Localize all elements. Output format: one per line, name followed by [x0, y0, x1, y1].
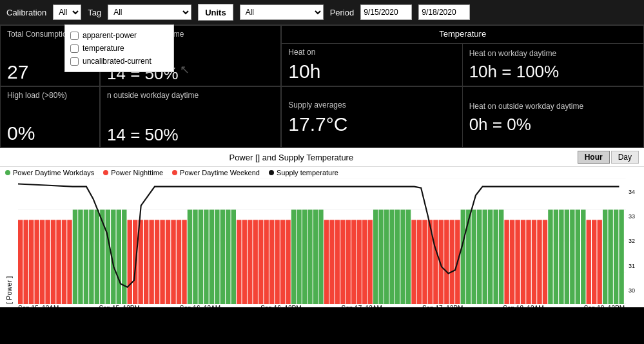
svg-rect-106: [515, 220, 520, 304]
svg-rect-19: [40, 220, 44, 304]
svg-rect-61: [269, 220, 274, 304]
svg-rect-117: [576, 209, 580, 304]
svg-rect-72: [329, 220, 334, 304]
svg-rect-100: [482, 209, 487, 304]
x-label-2: Sep 16, 12AM: [180, 305, 220, 312]
svg-rect-96: [461, 209, 465, 304]
svg-rect-20: [45, 220, 50, 304]
svg-rect-78: [362, 220, 367, 304]
period-end-input[interactable]: 9/18/2020: [418, 5, 470, 20]
outside-workday-label: n outside workday daytime: [107, 91, 274, 100]
svg-rect-111: [543, 220, 547, 304]
svg-rect-76: [351, 220, 356, 304]
day-button[interactable]: Day: [611, 151, 639, 164]
svg-rect-21: [51, 220, 55, 304]
heat-on-workday-label: Heat on workday daytime: [469, 49, 637, 58]
svg-rect-47: [193, 209, 197, 304]
dropdown-item-temperature[interactable]: temperature: [65, 42, 173, 55]
svg-rect-123: [608, 209, 612, 304]
svg-rect-48: [199, 209, 203, 304]
svg-rect-54: [231, 209, 236, 304]
high-load-label: High load (>80%): [7, 91, 93, 100]
svg-rect-26: [78, 209, 83, 304]
header-bar: Calibration All apparent-power temperatu…: [0, 0, 644, 24]
svg-rect-59: [259, 220, 263, 304]
units-select-wrapper: All: [240, 5, 324, 20]
svg-rect-73: [335, 220, 340, 304]
svg-rect-120: [592, 220, 596, 304]
svg-rect-99: [477, 209, 482, 304]
svg-rect-65: [291, 209, 296, 304]
legend-label-weekend: Power Daytime Weekend: [180, 169, 260, 177]
svg-rect-57: [248, 220, 252, 304]
dropdown-item-apparent-power[interactable]: apparent-power: [65, 29, 173, 42]
svg-rect-74: [340, 220, 345, 304]
svg-rect-53: [226, 209, 230, 304]
svg-rect-71: [324, 220, 329, 304]
dropdown-item-uncalibrated-current[interactable]: uncalibrated-current: [65, 55, 173, 68]
chart-main: 0.3 0.2 0.1 0.0 34 33 32 31 30: [18, 178, 626, 304]
x-label-6: Sep 18, 12AM: [503, 305, 543, 312]
x-label-7: Sep 18, 12PM: [584, 305, 625, 312]
svg-rect-62: [275, 220, 279, 304]
svg-rect-60: [264, 220, 268, 304]
hour-button[interactable]: Hour: [578, 151, 610, 164]
x-label-5: Sep 17, 12PM: [422, 305, 463, 312]
svg-rect-50: [210, 209, 214, 304]
period-start-input[interactable]: 9/15/2020: [360, 5, 412, 20]
svg-rect-125: [619, 209, 623, 304]
calibration-select[interactable]: All: [53, 5, 81, 20]
svg-rect-109: [532, 220, 536, 304]
heat-on-workday-cell: Heat on workday daytime 10h = 100%: [463, 44, 643, 86]
svg-rect-33: [117, 209, 121, 304]
chart-btn-group: Hour Day: [578, 151, 639, 164]
x-label-1: Sep 15, 12PM: [99, 305, 139, 312]
svg-rect-63: [280, 220, 285, 304]
svg-rect-105: [510, 220, 514, 304]
svg-rect-81: [378, 209, 383, 304]
svg-rect-28: [89, 209, 93, 304]
svg-rect-25: [73, 209, 77, 304]
supply-avg-cell: Supply averages 17.7°C: [282, 87, 462, 147]
svg-rect-17: [29, 220, 34, 304]
legend-item-supply-temp: Supply temperature: [269, 169, 338, 177]
svg-rect-16: [23, 220, 28, 304]
checkbox-temperature[interactable]: [70, 44, 79, 53]
svg-rect-18: [34, 220, 39, 304]
heat-on-label: Heat on: [288, 48, 455, 57]
tag-select[interactable]: All: [108, 5, 191, 20]
svg-rect-46: [188, 209, 192, 304]
svg-rect-77: [357, 220, 362, 304]
chart-legend: Power Daytime Workdays Power Nighttime P…: [0, 167, 644, 178]
svg-rect-49: [204, 209, 208, 304]
units-select[interactable]: All: [240, 5, 324, 20]
legend-dot-supply-temp: [269, 170, 274, 175]
svg-rect-56: [242, 220, 247, 304]
svg-rect-108: [526, 220, 531, 304]
svg-rect-79: [367, 220, 372, 304]
checkbox-uncalibrated-current[interactable]: [70, 57, 79, 66]
svg-rect-110: [537, 220, 542, 304]
svg-rect-85: [400, 209, 405, 304]
svg-rect-98: [472, 209, 476, 304]
svg-rect-29: [95, 209, 99, 304]
svg-rect-102: [493, 209, 498, 304]
calibration-dropdown: apparent-power temperature uncalibrated-…: [64, 24, 174, 72]
svg-rect-66: [297, 209, 301, 304]
svg-rect-31: [106, 209, 110, 304]
legend-label-supply-temp: Supply temperature: [277, 169, 338, 177]
svg-rect-121: [597, 220, 601, 304]
temperature-bottom-area: Supply averages 17.7°C Heat on outside w…: [281, 86, 644, 148]
svg-rect-75: [346, 220, 351, 304]
x-label-3: Sep 16, 12PM: [260, 305, 301, 312]
svg-rect-116: [570, 209, 574, 304]
units-button[interactable]: Units: [198, 4, 233, 21]
heat-outside-label: Heat on outside workday daytime: [469, 102, 637, 111]
svg-rect-52: [220, 209, 225, 304]
calibration-select-wrapper: All: [53, 5, 81, 20]
svg-rect-84: [395, 209, 400, 304]
svg-rect-38: [144, 220, 148, 304]
heat-outside-value: 0h = 0%: [469, 116, 637, 133]
checkbox-apparent-power[interactable]: [70, 32, 79, 40]
high-load-cell: High load (>80%) 0%: [0, 86, 100, 148]
